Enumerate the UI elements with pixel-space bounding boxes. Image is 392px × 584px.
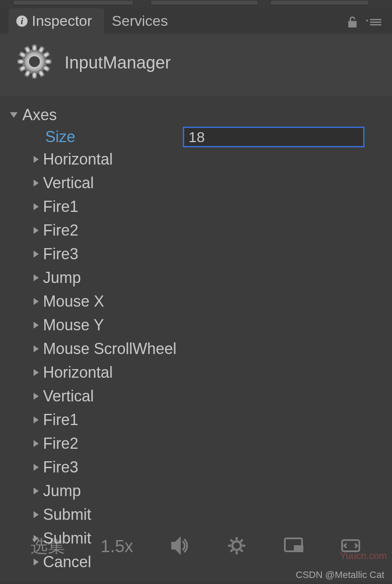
panel-menu-icon[interactable] [366, 17, 381, 28]
chevron-right-icon [31, 534, 41, 543]
chevron-right-icon [31, 510, 41, 519]
toolbar-button-1[interactable] [13, 0, 133, 5]
axis-item[interactable]: Fire1 [4, 195, 388, 218]
lock-icon[interactable] [347, 16, 358, 30]
axis-item[interactable]: Mouse X [4, 289, 388, 313]
toolbar-button-3[interactable] [270, 0, 369, 5]
axis-item[interactable]: Fire1 [4, 408, 388, 432]
axis-label: Mouse ScrollWheel [43, 340, 176, 358]
axis-label: Fire2 [43, 435, 78, 453]
svg-rect-10 [17, 59, 24, 64]
chevron-right-icon [31, 155, 41, 164]
axis-item[interactable]: Vertical [4, 384, 388, 408]
axes-foldout[interactable]: Axes [4, 103, 388, 127]
info-icon: i [16, 16, 28, 27]
axis-label: Submit [43, 529, 91, 547]
axis-label: Fire1 [43, 411, 78, 429]
axis-item[interactable]: Mouse Y [4, 313, 388, 337]
axis-label: Submit [43, 506, 91, 524]
axis-label: Fire3 [43, 245, 78, 263]
toolbar-button-2[interactable] [151, 0, 258, 5]
chevron-right-icon [31, 463, 41, 472]
size-input[interactable] [183, 127, 364, 147]
tabs-row: i Inspector Services [0, 8, 392, 34]
chevron-right-icon [31, 368, 41, 377]
axis-item[interactable]: Fire3 [4, 455, 388, 479]
watermark-site: Yuucn.com [340, 550, 387, 562]
svg-rect-1 [32, 44, 37, 51]
chevron-right-icon [31, 297, 41, 306]
axis-item[interactable]: Horizontal [4, 147, 388, 171]
svg-rect-7 [32, 71, 37, 78]
chevron-right-icon [31, 321, 41, 329]
axis-item[interactable]: Fire2 [4, 218, 388, 242]
chevron-right-icon [31, 345, 41, 353]
axis-item[interactable]: Submit [4, 526, 388, 550]
axes-label: Axes [22, 106, 57, 124]
axis-label: Mouse Y [43, 316, 104, 334]
axis-item[interactable]: Jump [4, 479, 388, 503]
chevron-right-icon [31, 439, 41, 448]
axis-item[interactable]: Mouse ScrollWheel [4, 337, 388, 360]
chevron-right-icon [31, 487, 41, 495]
top-toolbar [0, 0, 392, 8]
axis-label: Fire3 [43, 458, 78, 476]
chevron-right-icon [31, 250, 41, 258]
size-row: Size [4, 127, 388, 147]
axis-item[interactable]: Vertical [4, 171, 388, 195]
chevron-right-icon [31, 202, 41, 211]
chevron-down-icon [9, 110, 19, 120]
axis-label: Cancel [43, 553, 91, 571]
axis-label: Fire2 [43, 221, 78, 239]
gear-icon [15, 42, 54, 83]
axis-label: Mouse X [43, 292, 104, 311]
size-label: Size [45, 128, 183, 146]
svg-point-13 [29, 56, 40, 67]
tab-services[interactable]: Services [104, 8, 180, 34]
tab-inspector-label: Inspector [32, 12, 92, 29]
axis-item[interactable]: Horizontal [4, 360, 388, 384]
inspector-header: InputManager ? [0, 34, 392, 96]
axis-label: Horizontal [43, 363, 113, 382]
inspector-content: Axes Size HorizontalVerticalFire1Fire2Fi… [0, 96, 392, 581]
axis-label: Vertical [43, 387, 94, 405]
chevron-right-icon [31, 273, 41, 282]
axis-label: Horizontal [43, 150, 113, 168]
axis-label: Vertical [43, 174, 94, 192]
chevron-right-icon [31, 558, 41, 566]
axis-item[interactable]: Jump [4, 266, 388, 289]
page-title: InputManager [65, 53, 171, 72]
chevron-right-icon [31, 179, 41, 187]
axis-item[interactable]: Fire2 [4, 432, 388, 455]
axis-label: Jump [43, 482, 81, 500]
tab-inspector[interactable]: i Inspector [9, 8, 104, 34]
chevron-right-icon [31, 226, 41, 235]
tab-services-label: Services [112, 12, 168, 29]
svg-rect-4 [44, 59, 51, 64]
axis-item[interactable]: Submit [4, 503, 388, 526]
chevron-right-icon [31, 392, 41, 401]
chevron-right-icon [31, 416, 41, 424]
axis-label: Jump [43, 269, 81, 287]
axis-item[interactable]: Fire3 [4, 242, 388, 266]
axis-label: Fire1 [43, 198, 78, 216]
watermark-author: CSDN @Metallic Cat [296, 569, 384, 581]
